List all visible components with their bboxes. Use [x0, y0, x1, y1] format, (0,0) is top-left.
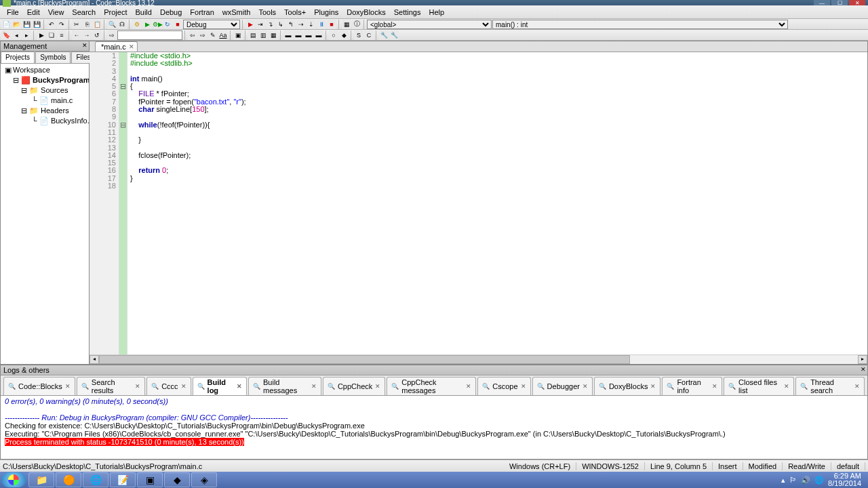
- debug-run-icon[interactable]: ▶: [245, 20, 255, 29]
- fmt-func-icon[interactable]: ▦: [269, 30, 278, 40]
- maximize-button[interactable]: ☐: [831, 0, 848, 5]
- browse-forward-icon[interactable]: ⇨: [107, 30, 117, 40]
- tree-folder-headers[interactable]: ⊟📁 Headers: [2, 106, 87, 116]
- fmt-block-icon[interactable]: ▤: [248, 30, 258, 40]
- close-icon[interactable]: ✕: [854, 383, 860, 390]
- task-mediaplayer[interactable]: 🟠: [56, 472, 81, 487]
- menu-tools[interactable]: Tools: [254, 7, 280, 18]
- menu-wxsmith[interactable]: wxSmith: [218, 7, 255, 18]
- nav-back-icon[interactable]: ←: [72, 30, 81, 40]
- task-chrome[interactable]: 🌐: [83, 472, 108, 487]
- s-icon[interactable]: S: [354, 30, 363, 40]
- menu-debug[interactable]: Debug: [156, 7, 186, 18]
- code-content[interactable]: #include <stdio.h>#include <stdlib.h>int…: [127, 52, 867, 354]
- close-icon[interactable]: ✕: [650, 383, 656, 390]
- task-explorer[interactable]: 📁: [28, 472, 54, 487]
- menu-help[interactable]: Help: [425, 7, 448, 18]
- bookmark-prev-icon[interactable]: ◂: [12, 30, 21, 40]
- logs-tab-cppcheck[interactable]: 🔍CppCheck✕: [323, 377, 385, 395]
- fold-margin[interactable]: ⊟⊟: [119, 52, 127, 354]
- next-instr-icon[interactable]: ⇢: [296, 20, 306, 29]
- new-file-icon[interactable]: 📄: [1, 20, 11, 29]
- minimize-button[interactable]: —: [814, 0, 830, 5]
- scroll-right-icon[interactable]: ▸: [858, 355, 867, 364]
- step-instr-icon[interactable]: ⇣: [307, 20, 316, 29]
- close-button[interactable]: ✕: [849, 0, 865, 5]
- next-line-icon[interactable]: ↴: [266, 20, 275, 29]
- build-target-select[interactable]: Debug: [183, 20, 240, 29]
- wrench-icon[interactable]: 🔧: [379, 30, 389, 40]
- task-notepad[interactable]: 📝: [110, 472, 136, 487]
- misc1-icon[interactable]: ○: [329, 30, 338, 40]
- save-all-icon[interactable]: 💾: [32, 20, 41, 29]
- doxy-run-icon[interactable]: ▶: [37, 30, 46, 40]
- logs-close-icon[interactable]: ✕: [861, 366, 866, 373]
- menu-tools[interactable]: Tools+: [280, 7, 310, 18]
- code-editor[interactable]: 123456789101112131415161718 ⊟⊟ #include …: [90, 52, 867, 354]
- tree-folder-sources[interactable]: ⊟📁 Sources: [2, 85, 87, 96]
- scroll-thumb[interactable]: [99, 355, 630, 364]
- tray-volume-icon[interactable]: 🔊: [801, 476, 810, 485]
- management-close-icon[interactable]: ✕: [82, 42, 87, 49]
- nav-last-icon[interactable]: ↺: [92, 30, 102, 40]
- close-icon[interactable]: ✕: [181, 383, 186, 390]
- redo-icon[interactable]: ↷: [57, 20, 66, 29]
- horizontal-scrollbar[interactable]: ◂ ▸: [90, 354, 867, 364]
- stop-debug-icon[interactable]: ■: [327, 20, 336, 29]
- select-icon[interactable]: Aa: [218, 30, 228, 40]
- layout4-icon[interactable]: ▬: [314, 30, 323, 40]
- logs-tab-cscope[interactable]: 🔍Cscope✕: [477, 377, 530, 395]
- highlight-icon[interactable]: ✎: [208, 30, 218, 40]
- scope-select[interactable]: <global>: [367, 20, 492, 29]
- menu-file[interactable]: File: [3, 7, 23, 18]
- logs-tab-search-results[interactable]: 🔍Search results✕: [77, 377, 145, 395]
- close-icon[interactable]: ✕: [135, 383, 140, 390]
- editor-tab-main[interactable]: *main.c ✕: [95, 41, 138, 52]
- tree-file-main[interactable]: └ 📄 main.c: [2, 96, 87, 106]
- close-icon[interactable]: ✕: [466, 383, 471, 390]
- find-icon[interactable]: 🔍: [107, 20, 117, 29]
- step-out-icon[interactable]: ↰: [286, 20, 296, 29]
- c-icon[interactable]: C: [364, 30, 374, 40]
- close-icon[interactable]: ✕: [237, 383, 242, 390]
- close-icon[interactable]: ✕: [521, 383, 526, 390]
- chip-icon[interactable]: ▣: [233, 30, 243, 40]
- logs-tab-cccc[interactable]: 🔍Cccc✕: [146, 377, 191, 395]
- abort-icon[interactable]: ■: [173, 20, 182, 29]
- start-button[interactable]: [1, 472, 26, 487]
- tab-close-icon[interactable]: ✕: [129, 43, 134, 50]
- build-run-icon[interactable]: ⚙▶: [153, 20, 162, 29]
- close-icon[interactable]: ✕: [784, 383, 789, 390]
- close-icon[interactable]: ✕: [311, 383, 317, 390]
- tree-project[interactable]: ⊟🟥 BuckysProgram: [2, 75, 87, 85]
- logs-tab-thread-search[interactable]: 🔍Thread search✕: [795, 377, 865, 395]
- tree-workspace[interactable]: ▣Workspace: [2, 65, 87, 75]
- step-into-icon[interactable]: ↳: [276, 20, 285, 29]
- tray-up-icon[interactable]: ▴: [781, 476, 785, 485]
- close-icon[interactable]: ✕: [583, 383, 588, 390]
- mgmt-tab-symbols[interactable]: Symbols: [35, 52, 71, 63]
- logs-tab-doxyblocks[interactable]: 🔍DoxyBlocks✕: [594, 377, 660, 395]
- task-app2[interactable]: ◈: [191, 472, 217, 487]
- copy-icon[interactable]: ⎘: [82, 20, 92, 29]
- function-select[interactable]: main() : int: [492, 20, 788, 29]
- save-icon[interactable]: 💾: [22, 20, 31, 29]
- tray-network-icon[interactable]: 🌐: [814, 476, 824, 485]
- rebuild-icon[interactable]: ↻: [163, 20, 172, 29]
- close-icon[interactable]: ✕: [712, 383, 717, 390]
- menu-settings[interactable]: Settings: [390, 7, 425, 18]
- layout1-icon[interactable]: ▬: [283, 30, 293, 40]
- mgmt-tab-projects[interactable]: Projects: [1, 52, 35, 63]
- logs-tab-build-log[interactable]: 🔍Build log✕: [193, 377, 247, 395]
- tree-file-header[interactable]: └ 📄 BuckysInfo.h: [2, 116, 87, 126]
- paste-icon[interactable]: 📋: [92, 20, 102, 29]
- nav-forward-icon[interactable]: →: [82, 30, 92, 40]
- jump-prev-icon[interactable]: ⇦: [188, 30, 197, 40]
- run-to-cursor-icon[interactable]: ⇥: [256, 20, 265, 29]
- task-app1[interactable]: ◆: [164, 472, 190, 487]
- doxy-block-icon[interactable]: ❏: [47, 30, 56, 40]
- debug-windows-icon[interactable]: ▦: [342, 20, 351, 29]
- bookmark-next-icon[interactable]: ▸: [22, 30, 31, 40]
- logs-tab-closed-files-list[interactable]: 🔍Closed files list✕: [724, 377, 794, 395]
- search-input[interactable]: [117, 30, 182, 40]
